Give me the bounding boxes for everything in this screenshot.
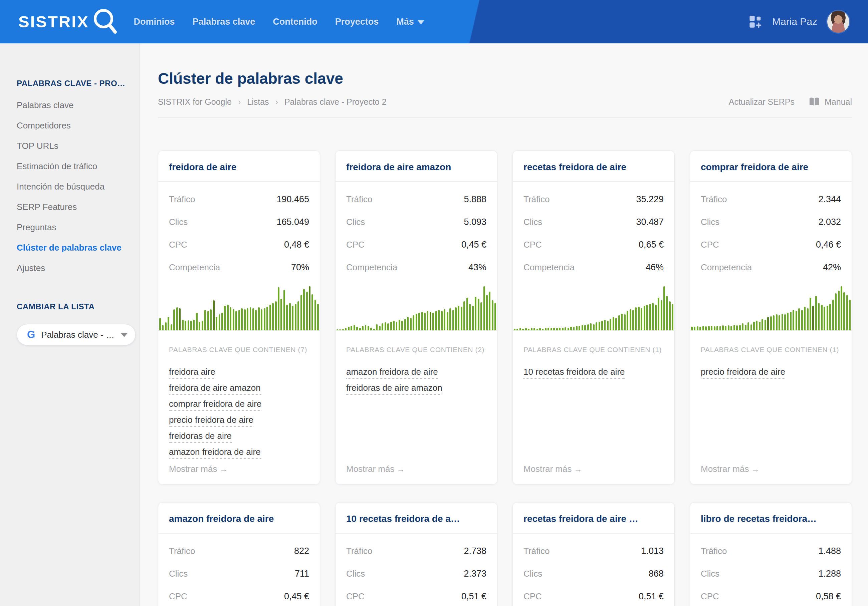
- keyword-item: freidoras de aire amazon: [346, 382, 487, 393]
- update-serps-button[interactable]: Actualizar SERPs: [729, 97, 795, 107]
- stat-label: Competencia: [169, 262, 220, 273]
- sidebar-item-palabras-clave[interactable]: Palabras clave: [17, 100, 130, 110]
- stat-row-clicks: Clics1.288: [701, 569, 841, 579]
- card-stats: Tráfico190.465 Clics165.049 CPC0,48 € Co…: [158, 182, 320, 286]
- stat-row-cpc: CPC0,51 €: [346, 591, 487, 602]
- stat-row-traffic: Tráfico822: [169, 546, 309, 556]
- card-stats: Tráfico2.738 Clics2.373 CPC0,51 €: [335, 533, 497, 606]
- stat-label: Tráfico: [346, 194, 373, 204]
- stat-label: Tráfico: [701, 546, 727, 556]
- stat-label: CPC: [169, 591, 187, 602]
- keyword-link[interactable]: freidora aire: [169, 367, 215, 379]
- stat-value: 5.888: [464, 194, 487, 204]
- show-more-button[interactable]: Mostrar más→: [701, 464, 759, 474]
- keyword-link[interactable]: freidora de aire amazon: [169, 383, 261, 395]
- stat-value: 0,46 €: [816, 240, 841, 250]
- keyword-link[interactable]: freidoras de aire: [169, 431, 232, 443]
- stat-value: 0,48 €: [284, 240, 309, 250]
- sidebar-item-estimacion-trafico[interactable]: Estimación de tráfico: [17, 161, 130, 172]
- stat-row-competition: Competencia70%: [169, 262, 309, 273]
- keyword-link[interactable]: freidoras de aire amazon: [346, 383, 442, 395]
- show-more-button[interactable]: Mostrar más→: [169, 464, 227, 474]
- stat-value: 2.373: [464, 569, 487, 579]
- nav-item-label: Dominios: [134, 17, 175, 27]
- sidebar-item-cluster-palabras-clave[interactable]: Clúster de palabras clave: [17, 243, 130, 253]
- sidebar-item-serp-features[interactable]: SERP Features: [17, 202, 130, 212]
- card-header: libro de recetas freidora…: [690, 502, 852, 533]
- trend-bar-chart: [158, 286, 320, 330]
- cluster-title: recetas freidora de aire: [524, 162, 664, 173]
- stat-value: 2.738: [464, 546, 487, 556]
- sidebar-item-top-urls[interactable]: TOP URLs: [17, 141, 130, 151]
- stat-label: Tráfico: [346, 546, 373, 556]
- stat-row-clicks: Clics868: [524, 569, 664, 579]
- stat-row-traffic: Tráfico1.013: [524, 546, 664, 556]
- nav-item-dominios[interactable]: Dominios: [134, 17, 175, 27]
- stat-row-clicks: Clics5.093: [346, 217, 487, 227]
- sidebar-item-ajustes[interactable]: Ajustes: [17, 263, 130, 273]
- stat-label: Clics: [701, 569, 719, 579]
- keyword-link[interactable]: amazon freidora de aire: [346, 367, 438, 379]
- keyword-link[interactable]: precio freidora de aire: [701, 367, 785, 379]
- stat-row-traffic: Tráfico5.888: [346, 194, 487, 204]
- show-more-button[interactable]: Mostrar más→: [524, 464, 582, 474]
- show-more-label: Mostrar más: [346, 464, 394, 474]
- keyword-link[interactable]: amazon freidora de aire: [169, 447, 261, 459]
- main-nav: Dominios Palabras clave Contenido Proyec…: [134, 17, 424, 27]
- stat-label: Clics: [346, 569, 365, 579]
- trend-bar-chart: [513, 286, 674, 330]
- page-actions: Actualizar SERPs Manual: [729, 97, 852, 107]
- stat-label: Competencia: [701, 262, 752, 273]
- nav-item-mas[interactable]: Más: [396, 17, 424, 27]
- google-icon: G: [27, 329, 35, 341]
- keyword-item: 10 recetas freidora de aire: [524, 366, 664, 377]
- avatar[interactable]: [827, 11, 849, 33]
- keywords-list: freidora aire freidora de aire amazon co…: [169, 366, 309, 458]
- stat-row-cpc: CPC0,45 €: [169, 591, 309, 602]
- stat-row-cpc: CPC0,45 €: [346, 240, 487, 250]
- nav-item-palabras-clave[interactable]: Palabras clave: [193, 17, 256, 27]
- keyword-link[interactable]: comprar freidora de aire: [169, 399, 261, 411]
- breadcrumb-listas[interactable]: Listas: [247, 97, 269, 107]
- arrow-right-icon: →: [574, 464, 582, 474]
- nav-item-contenido[interactable]: Contenido: [273, 17, 317, 27]
- manual-button[interactable]: Manual: [809, 97, 852, 107]
- stat-label: CPC: [524, 240, 542, 250]
- stat-label: Competencia: [524, 262, 575, 273]
- chevron-down-icon: [418, 20, 424, 24]
- card-stats: Tráfico5.888 Clics5.093 CPC0,45 € Compet…: [335, 182, 497, 286]
- trend-bar-chart: [690, 286, 852, 330]
- nav-item-label: Palabras clave: [193, 17, 256, 27]
- show-more-label: Mostrar más: [701, 464, 749, 474]
- keyword-item: amazon freidora de aire: [169, 447, 309, 458]
- sidebar-item-competidores[interactable]: Competidores: [17, 121, 130, 131]
- card-header: amazon freidora de aire: [158, 502, 320, 533]
- keyword-link[interactable]: precio freidora de aire: [169, 415, 253, 427]
- user-menu[interactable]: Maria Paz: [772, 16, 817, 27]
- stat-row-traffic: Tráfico1.488: [701, 546, 841, 556]
- nav-item-proyectos[interactable]: Proyectos: [335, 17, 379, 27]
- stat-row-clicks: Clics711: [169, 569, 309, 579]
- keyword-link[interactable]: 10 recetas freidora de aire: [524, 367, 625, 379]
- stat-row-competition: Competencia43%: [346, 262, 487, 273]
- apps-grid-icon[interactable]: [749, 15, 762, 28]
- sidebar-item-preguntas[interactable]: Preguntas: [17, 222, 130, 233]
- cluster-card-freidora-de-aire: freidora de aire Tráfico190.465 Clics165…: [158, 150, 320, 484]
- show-more-button[interactable]: Mostrar más→: [346, 464, 405, 474]
- stat-value: 0,45 €: [284, 591, 309, 602]
- breadcrumb-sistrix-for-google[interactable]: SISTRIX for Google: [158, 97, 232, 107]
- top-navbar: SISTRIX Dominios Palabras clave Contenid…: [0, 0, 868, 43]
- stat-row-cpc: CPC0,51 €: [524, 591, 664, 602]
- list-selector-dropdown[interactable]: G Palabras clave - …: [17, 324, 136, 345]
- cluster-card-comprar-freidora-de-aire: comprar freidora de aire Tráfico2.344 Cl…: [690, 150, 852, 484]
- cluster-card-libro-de-recetas: libro de recetas freidora… Tráfico1.488 …: [690, 502, 852, 606]
- cluster-card-freidora-de-aire-amazon: freidora de aire amazon Tráfico5.888 Cli…: [335, 150, 498, 484]
- sidebar-item-intencion-busqueda[interactable]: Intención de búsqueda: [17, 181, 130, 192]
- cluster-title: 10 recetas freidora de a…: [346, 513, 487, 524]
- stat-label: Clics: [346, 217, 365, 227]
- cluster-card-10-recetas-freidora: 10 recetas freidora de a… Tráfico2.738 C…: [335, 502, 498, 606]
- cluster-title: comprar freidora de aire: [701, 162, 841, 173]
- sistrix-logo[interactable]: SISTRIX: [19, 8, 118, 36]
- nav-item-label: Proyectos: [335, 17, 379, 27]
- stat-value: 1.488: [818, 546, 841, 556]
